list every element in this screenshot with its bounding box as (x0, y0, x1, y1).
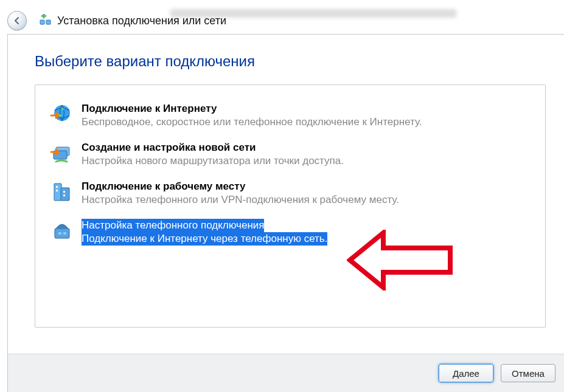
cancel-button[interactable]: Отмена (501, 364, 555, 382)
wizard-window: Выберите вариант подключения Подключ (7, 34, 564, 392)
page-heading: Выберите вариант подключения (35, 53, 546, 70)
option-subtitle: Беспроводное, скоростное или телефонное … (82, 115, 422, 129)
option-title: Создание и настройка новой сети (82, 141, 344, 154)
option-internet[interactable]: Подключение к Интернету Беспроводное, ск… (47, 100, 533, 131)
workplace-icon (50, 180, 74, 204)
globe-connect-icon (50, 102, 74, 126)
svg-rect-12 (58, 232, 61, 235)
option-title: Подключение к Интернету (82, 102, 422, 115)
next-button[interactable]: Далее (439, 364, 493, 382)
svg-rect-0 (40, 20, 44, 24)
router-setup-icon (50, 141, 74, 165)
phone-modem-icon (50, 219, 74, 243)
option-title: Подключение к рабочему месту (82, 180, 399, 193)
network-wizard-icon (39, 14, 52, 27)
svg-rect-9 (63, 191, 65, 193)
back-arrow-icon (12, 16, 22, 26)
options-panel: Подключение к Интернету Беспроводное, ск… (35, 84, 546, 328)
window-header-bar: Установка подключения или сети (7, 9, 557, 32)
svg-rect-8 (56, 190, 58, 191)
option-workplace[interactable]: Подключение к рабочему месту Настройка т… (47, 177, 533, 209)
svg-rect-6 (61, 188, 69, 201)
option-dialup[interactable]: Настройка телефонного подключения Подклю… (47, 216, 533, 248)
svg-rect-10 (63, 194, 65, 196)
svg-rect-13 (63, 232, 66, 235)
svg-rect-7 (56, 186, 58, 188)
option-subtitle: Настройка нового маршрутизатора или точк… (82, 154, 344, 168)
window-title: Установка подключения или сети (57, 15, 226, 27)
back-button[interactable] (7, 11, 27, 30)
option-title: Настройка телефонного подключения (82, 219, 264, 232)
wizard-button-bar: Далее Отмена (8, 354, 564, 392)
svg-rect-11 (55, 229, 69, 238)
option-subtitle: Настройка телефонного или VPN-подключени… (82, 193, 399, 207)
svg-rect-1 (46, 20, 50, 24)
option-subtitle: Подключение к Интернету через телефонную… (82, 232, 327, 246)
option-new-network[interactable]: Создание и настройка новой сети Настройк… (47, 139, 533, 170)
